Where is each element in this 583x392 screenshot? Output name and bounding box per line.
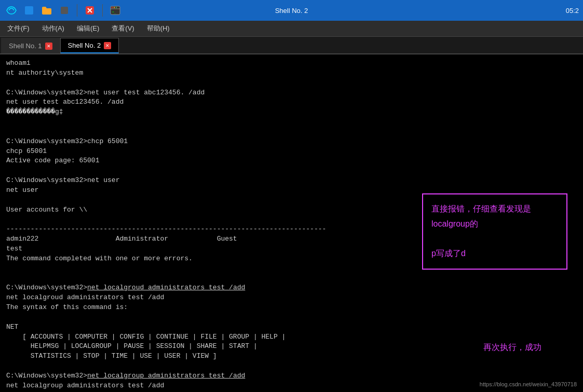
terminal-line-28: [ ACCOUNTS | COMPUTER | CONFIG | CONTINU… <box>6 332 577 342</box>
tab-close-shell1[interactable]: ✕ <box>45 43 52 50</box>
terminal-line-0: whoami <box>6 59 577 68</box>
svg-rect-1 <box>61 7 68 14</box>
annotation-box-2: 再次执行，成功 <box>483 341 541 353</box>
terminal-line-9: chcp 65001 <box>6 147 577 157</box>
terminal-line-2 <box>6 78 577 88</box>
tab-bar: Shell No. 1 ✕ Shell No. 2 ✕ <box>0 37 583 54</box>
menu-edit[interactable]: 编辑(E) <box>75 23 101 34</box>
taskbar-icons: >_ <box>0 3 127 18</box>
terminal-line-12: C:\Windows\system32>net user <box>6 176 577 186</box>
taskbar-blue-square-icon[interactable] <box>22 3 36 18</box>
terminal-line-3: C:\Windows\system32>net user test abc123… <box>6 88 577 98</box>
menu-action[interactable]: 动作(A) <box>40 23 66 34</box>
terminal-line-7 <box>6 127 577 137</box>
taskbar-separator2 <box>102 4 103 17</box>
terminal-line-32: C:\Windows\system32>net localgroup admin… <box>6 371 577 381</box>
taskbar-time: 05:2 <box>566 7 579 15</box>
terminal-line-24: net localgroud administrators test /add <box>6 293 577 303</box>
terminal-output[interactable]: whoami nt authority\system C:\Windows\sy… <box>0 54 583 392</box>
terminal-line-11 <box>6 166 577 176</box>
watermark: https://blog.csdn.net/weixin_43970718 <box>480 381 577 389</box>
taskbar: >_ Shell No. 2 05:2 <box>0 0 583 21</box>
terminal-line-30: STATISTICS | STOP | TIME | USE | USER | … <box>6 352 577 361</box>
terminal-line-10: Active code page: 65001 <box>6 156 577 166</box>
terminal-line-27: NET <box>6 323 577 332</box>
svg-point-8 <box>114 7 115 8</box>
terminal-line-1: nt authority\system <box>6 68 577 78</box>
terminal-window: 文件(F) 动作(A) 编辑(E) 查看(V) 帮助(H) Shell No. … <box>0 21 583 392</box>
annotation-box-1: 直接报错，仔细查看发现是localgroup的 p写成了d <box>422 193 567 270</box>
tab-shell2[interactable]: Shell No. 2 ✕ <box>60 38 119 53</box>
menu-help[interactable]: 帮助(H) <box>145 23 172 34</box>
taskbar-separator <box>77 4 77 17</box>
menu-file[interactable]: 文件(F) <box>5 23 32 34</box>
taskbar-dark-square-icon[interactable] <box>57 3 72 18</box>
terminal-line-26 <box>6 313 577 323</box>
tab-shell1[interactable]: Shell No. 1 ✕ <box>1 38 60 53</box>
svg-point-7 <box>112 7 113 8</box>
taskbar-close-icon[interactable] <box>83 3 97 18</box>
menubar: 文件(F) 动作(A) 编辑(E) 查看(V) 帮助(H) <box>0 21 583 37</box>
menu-view[interactable]: 查看(V) <box>110 23 136 34</box>
taskbar-terminal-icon[interactable]: >_ <box>108 3 123 18</box>
tab-close-shell2[interactable]: ✕ <box>104 42 111 49</box>
terminal-line-6 <box>6 117 577 127</box>
taskbar-folder-icon[interactable] <box>39 3 54 18</box>
terminal-line-25: The syntax of this command is: <box>6 303 577 313</box>
terminal-line-8: C:\Windows\system32>chcp 65001 <box>6 137 577 147</box>
taskbar-logo-icon[interactable] <box>4 3 19 18</box>
terminal-line-22 <box>6 274 577 284</box>
terminal-line-23: C:\Windows\system32>net localgroud admin… <box>6 283 577 293</box>
terminal-line-4: net user test abc123456. /add <box>6 97 577 107</box>
taskbar-title: Shell No. 2 <box>275 7 308 15</box>
terminal-line-5: ������������g‡ <box>6 107 577 117</box>
svg-rect-0 <box>25 6 33 15</box>
svg-point-9 <box>116 7 117 8</box>
terminal-line-31 <box>6 361 577 371</box>
svg-text:>_: >_ <box>112 10 116 14</box>
